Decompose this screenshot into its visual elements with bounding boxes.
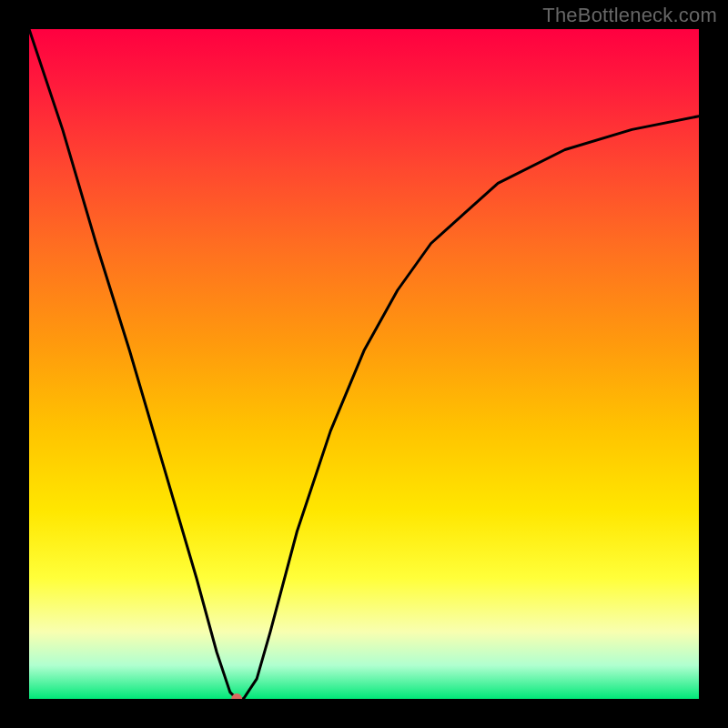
watermark-text: TheBottleneck.com — [542, 4, 717, 27]
curve-layer — [29, 29, 699, 699]
chart-frame: TheBottleneck.com — [0, 0, 728, 728]
bottleneck-curve — [29, 29, 699, 699]
plot-area — [29, 29, 699, 699]
